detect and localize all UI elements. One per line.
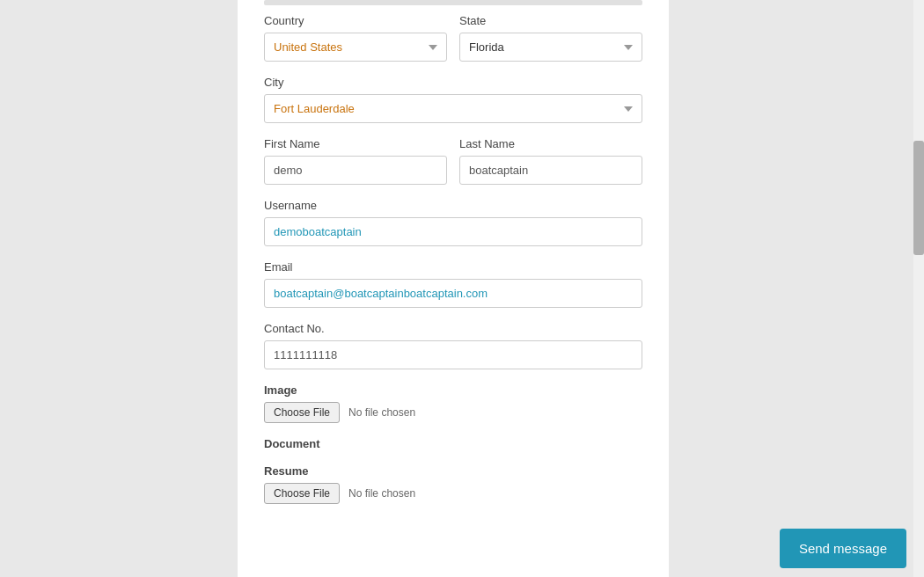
resume-field-group: Resume Choose File No file chosen (264, 464, 642, 504)
main-content: Country United States State Florida City… (238, 0, 669, 577)
right-panel: Send message (669, 0, 924, 577)
resume-choose-file-button[interactable]: Choose File (264, 483, 340, 504)
resume-label: Resume (264, 464, 642, 478)
state-label: State (459, 14, 642, 27)
image-upload-row: Choose File No file chosen (264, 402, 642, 423)
state-field-group: State Florida (459, 14, 642, 62)
email-field-group: Email (264, 260, 642, 308)
image-field-group: Image Choose File No file chosen (264, 383, 642, 423)
country-select[interactable]: United States (264, 33, 447, 62)
document-label: Document (264, 437, 642, 450)
country-field-group: Country United States (264, 14, 447, 62)
email-input[interactable] (264, 279, 642, 308)
contact-field-group: Contact No. (264, 322, 642, 369)
contact-input[interactable] (264, 340, 642, 369)
first-name-label: First Name (264, 137, 447, 150)
resume-upload-row: Choose File No file chosen (264, 483, 642, 504)
username-input[interactable] (264, 217, 642, 246)
email-label: Email (264, 260, 642, 274)
scrollbar-track (913, 0, 924, 577)
last-name-field-group: Last Name (459, 137, 642, 185)
last-name-input[interactable] (459, 156, 642, 185)
first-name-field-group: First Name (264, 137, 447, 185)
username-field-group: Username (264, 199, 642, 246)
city-field-group: City Fort Lauderdale (264, 76, 642, 123)
country-label: Country (264, 14, 447, 27)
document-field-group: Document (264, 437, 642, 450)
state-select[interactable]: Florida (459, 33, 642, 62)
city-label: City (264, 76, 642, 89)
form-top-bar (264, 0, 642, 5)
left-panel (0, 0, 238, 577)
send-message-button[interactable]: Send message (780, 529, 906, 568)
scrollbar-thumb[interactable] (913, 141, 924, 255)
last-name-label: Last Name (459, 137, 642, 150)
resume-no-file-text: No file chosen (348, 487, 415, 500)
username-label: Username (264, 199, 642, 212)
image-choose-file-button[interactable]: Choose File (264, 402, 340, 423)
image-no-file-text: No file chosen (348, 406, 415, 419)
image-label: Image (264, 383, 642, 397)
city-select[interactable]: Fort Lauderdale (264, 94, 642, 123)
first-name-input[interactable] (264, 156, 447, 185)
contact-label: Contact No. (264, 322, 642, 335)
